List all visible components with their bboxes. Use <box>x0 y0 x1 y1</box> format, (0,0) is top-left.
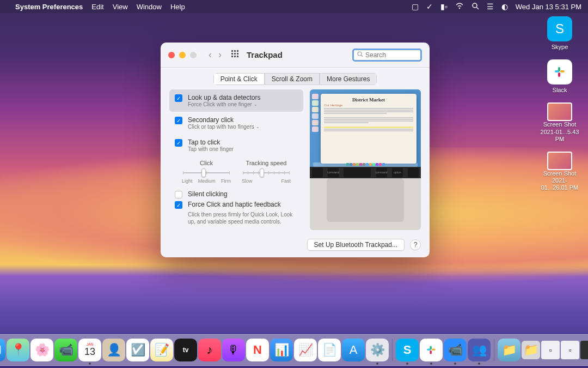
dock-minimized-3[interactable]: ▪ <box>580 341 588 359</box>
todo-menubar-icon[interactable]: ✓ <box>426 2 433 11</box>
dock-numbers[interactable]: 📈 <box>294 339 317 361</box>
dock-music[interactable]: ♪ <box>198 339 221 361</box>
menu-view[interactable]: View <box>113 3 128 11</box>
dock-podcasts[interactable]: 🎙 <box>222 339 245 361</box>
dock-news[interactable]: N <box>246 339 269 361</box>
control-center-icon[interactable]: ☰ <box>487 2 494 11</box>
dock-separator <box>494 339 494 361</box>
dock-minimized-2[interactable]: ▫ <box>561 341 579 359</box>
dock-mail[interactable]: ✉️ <box>0 339 5 361</box>
datetime[interactable]: Wed Jan 13 5:31 PM <box>516 3 581 11</box>
search-icon <box>357 51 363 59</box>
window-titlebar[interactable]: ‹ › Trackpad <box>161 43 430 68</box>
dock-appstore[interactable]: A <box>342 339 365 361</box>
dock-notes[interactable]: 📝 <box>150 339 173 361</box>
help-button[interactable]: ? <box>410 239 421 250</box>
desktop-icons-area: S Skype Slack Screen Shot 2021-01...5.43… <box>539 16 580 192</box>
minimize-button[interactable] <box>179 52 186 58</box>
search-field[interactable] <box>352 49 422 62</box>
menu-edit[interactable]: Edit <box>91 3 103 11</box>
svg-rect-25 <box>430 351 431 354</box>
option-silent-clicking[interactable]: Silent clicking <box>175 189 298 200</box>
svg-rect-14 <box>234 56 236 57</box>
back-button[interactable]: ‹ <box>206 49 214 61</box>
click-slider[interactable] <box>183 168 230 177</box>
show-all-button[interactable] <box>231 50 239 59</box>
dock-contacts[interactable]: 👤 <box>102 339 125 361</box>
dock-teams[interactable]: 👥 <box>468 339 491 361</box>
dock-skype[interactable]: S <box>396 339 419 361</box>
svg-rect-13 <box>231 56 233 57</box>
svg-rect-8 <box>234 50 236 52</box>
dock-pages[interactable]: 📄 <box>318 339 341 361</box>
option-secondary-click[interactable]: ✓ Secondary click Click or tap with two … <box>169 112 303 134</box>
tracking-slider-thumb[interactable] <box>260 168 264 177</box>
svg-rect-7 <box>231 50 233 52</box>
dock-facetime[interactable]: 📹 <box>54 339 77 361</box>
notification-icon[interactable]: ◐ <box>501 2 508 11</box>
dock-slack[interactable] <box>420 339 443 361</box>
checkbox-secondary-click[interactable]: ✓ <box>175 117 182 124</box>
dock-reminders[interactable]: ☑️ <box>126 339 149 361</box>
dock-settings[interactable]: ⚙️ <box>366 339 389 361</box>
battery-icon[interactable]: ▮▫ <box>440 2 448 11</box>
svg-rect-5 <box>558 67 560 71</box>
preferences-window: ‹ › Trackpad Point & Click Scroll & Zoom… <box>161 43 430 257</box>
spotlight-icon[interactable] <box>471 2 479 11</box>
dock-zoom[interactable]: 📹 <box>444 339 467 361</box>
svg-rect-23 <box>432 348 436 350</box>
click-slider-thumb[interactable] <box>201 168 206 177</box>
dock-downloads[interactable]: 📁 <box>498 339 520 361</box>
svg-rect-9 <box>237 50 238 52</box>
checkbox-tap-to-click[interactable]: ✓ <box>175 139 182 147</box>
dock-tv[interactable]: tv <box>174 339 197 361</box>
checkbox-force-click[interactable]: ✓ <box>175 201 182 209</box>
forward-button[interactable]: › <box>216 49 224 61</box>
tab-scroll-zoom[interactable]: Scroll & Zoom <box>265 73 320 85</box>
svg-point-16 <box>358 52 362 56</box>
force-click-help-text: Click then press firmly for Quick Look, … <box>188 211 298 225</box>
tab-point-click[interactable]: Point & Click <box>213 73 265 85</box>
dock-keynote[interactable]: 📊 <box>270 339 293 361</box>
zoom-menubar-icon[interactable]: ▢ <box>412 2 419 11</box>
menu-window[interactable]: Window <box>137 3 162 11</box>
tab-more-gestures[interactable]: More Gestures <box>320 73 377 85</box>
screenshot-thumbnail-icon <box>547 152 572 170</box>
desktop-icon-screenshot-1[interactable]: Screen Shot 2021-01...5.43 PM <box>539 102 580 143</box>
dock-minimized-1[interactable]: ▫ <box>541 341 560 359</box>
svg-point-0 <box>459 8 460 9</box>
desktop-icon-skype[interactable]: S Skype <box>539 16 580 51</box>
dropdown-lookup[interactable]: Force Click with one finger⌄ <box>188 101 260 107</box>
dock: 🙂 🧭 💬 ✉️ 📍 🌸 📹 JAN13 👤 ☑️ 📝 tv ♪ 🎙 N 📊 📈… <box>0 334 588 366</box>
click-slider-label: Click <box>200 160 213 166</box>
skype-icon: S <box>547 16 572 41</box>
option-lookup[interactable]: ✓ Look up & data detectors Force Click w… <box>169 89 303 112</box>
desktop-icon-slack[interactable]: Slack <box>539 59 580 94</box>
tracking-slider[interactable] <box>243 168 290 177</box>
close-button[interactable] <box>168 52 175 58</box>
checkbox-lookup[interactable]: ✓ <box>175 94 182 102</box>
zoom-button[interactable] <box>190 52 197 58</box>
menu-help[interactable]: Help <box>170 3 185 11</box>
dock-separator <box>392 339 393 361</box>
screenshot-thumbnail-icon <box>547 102 572 121</box>
setup-bluetooth-button[interactable]: Set Up Bluetooth Trackpad... <box>307 239 405 251</box>
option-force-click[interactable]: ✓ Force Click and haptic feedback <box>175 200 298 210</box>
dock-calendar[interactable]: JAN13 <box>78 339 101 361</box>
dock-maps[interactable]: 📍 <box>7 339 29 361</box>
svg-point-1 <box>473 3 477 8</box>
wifi-icon[interactable] <box>455 2 464 11</box>
app-menu[interactable]: System Preferences <box>15 3 83 11</box>
dock-photos[interactable]: 🌸 <box>30 339 53 361</box>
gesture-preview: District Market Our Heritage commandcomm… <box>310 89 421 230</box>
option-tap-to-click[interactable]: ✓ Tap to click Tap with one finger <box>169 134 303 156</box>
svg-rect-15 <box>237 56 238 57</box>
dock-folder[interactable]: 📁 <box>522 341 540 359</box>
svg-rect-4 <box>560 70 565 73</box>
search-input[interactable] <box>365 51 417 59</box>
desktop-icon-screenshot-2[interactable]: Screen Shot 2021-01...26.01 PM <box>539 152 580 192</box>
checkbox-silent-clicking[interactable] <box>175 191 182 198</box>
tab-bar: Point & Click Scroll & Zoom More Gesture… <box>161 68 430 89</box>
dropdown-secondary-click[interactable]: Click or tap with two fingers⌄ <box>188 124 260 130</box>
svg-rect-12 <box>237 53 238 55</box>
